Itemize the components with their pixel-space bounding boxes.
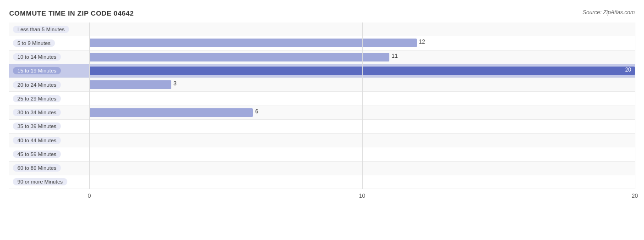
bar-label: 30 to 34 Minutes: [9, 109, 89, 116]
bar-fill: 11: [89, 53, 389, 61]
bar-label-pill: 35 to 39 Minutes: [13, 123, 61, 130]
bar-row: 30 to 34 Minutes6: [9, 106, 635, 120]
chart-container: COMMUTE TIME IN ZIP CODE 04642 Source: Z…: [0, 0, 644, 240]
bar-label: 20 to 24 Minutes: [9, 81, 89, 89]
bar-track: 12: [89, 36, 635, 50]
bar-fill: 3: [89, 80, 171, 89]
bar-track: 6: [89, 106, 635, 119]
bar-label-pill: 90 or more Minutes: [13, 178, 67, 185]
bar-label-pill: 25 to 29 Minutes: [13, 95, 61, 102]
bar-label: 25 to 29 Minutes: [9, 95, 89, 102]
bar-label: 5 to 9 Minutes: [9, 39, 89, 47]
chart-source: Source: ZipAtlas.com: [583, 9, 635, 16]
bar-label: 60 to 89 Minutes: [9, 164, 89, 172]
bar-label-pill: 20 to 24 Minutes: [13, 81, 61, 89]
bar-track: [89, 120, 635, 133]
bar-row: 25 to 29 Minutes: [9, 92, 635, 106]
bar-label: 35 to 39 Minutes: [9, 123, 89, 130]
bar-value: 12: [419, 39, 425, 45]
bar-row: 15 to 19 Minutes20: [9, 64, 635, 78]
bar-row: 40 to 44 Minutes: [9, 134, 635, 147]
bar-label-pill: 60 to 89 Minutes: [13, 164, 61, 172]
bar-label: 15 to 19 Minutes: [9, 67, 89, 74]
bar-value: 20: [625, 67, 631, 73]
bar-row: 35 to 39 Minutes: [9, 120, 635, 134]
bar-fill: 20: [89, 67, 635, 75]
bar-value: 3: [174, 80, 177, 87]
bar-row: 20 to 24 Minutes3: [9, 78, 635, 92]
bar-label-pill: 40 to 44 Minutes: [13, 137, 61, 144]
bar-value: 6: [255, 108, 258, 115]
bar-track: [89, 147, 635, 161]
bar-fill: 12: [89, 39, 417, 47]
chart-header: COMMUTE TIME IN ZIP CODE 04642 Source: Z…: [9, 9, 635, 17]
bar-value: 11: [392, 53, 398, 59]
bar-label: Less than 5 Minutes: [9, 26, 89, 33]
x-tick-label: 10: [359, 193, 365, 199]
bar-row: 90 or more Minutes: [9, 175, 635, 189]
bar-label: 90 or more Minutes: [9, 178, 89, 185]
chart-title: COMMUTE TIME IN ZIP CODE 04642: [9, 9, 134, 17]
bar-row: 5 to 9 Minutes12: [9, 36, 635, 50]
bar-row: 60 to 89 Minutes: [9, 162, 635, 175]
bar-track: [89, 134, 635, 147]
bar-track: 20: [89, 64, 635, 78]
bar-label-pill: 45 to 59 Minutes: [13, 151, 61, 158]
x-tick-label: 20: [632, 193, 638, 199]
bar-track: [89, 92, 635, 105]
bar-label-pill: Less than 5 Minutes: [13, 26, 69, 33]
bar-label-pill: 10 to 14 Minutes: [13, 53, 61, 61]
bar-label-pill: 5 to 9 Minutes: [13, 39, 55, 47]
bar-track: [89, 175, 635, 189]
bar-track: [89, 22, 635, 36]
bar-track: 11: [89, 50, 635, 64]
bar-fill: 6: [89, 108, 253, 117]
bar-row: Less than 5 Minutes: [9, 22, 635, 36]
x-axis: 01020: [89, 189, 635, 207]
bar-track: 3: [89, 78, 635, 91]
bar-label: 10 to 14 Minutes: [9, 53, 89, 61]
bars-area: Less than 5 Minutes5 to 9 Minutes1210 to…: [9, 22, 635, 189]
bar-row: 45 to 59 Minutes: [9, 147, 635, 161]
bar-track: [89, 162, 635, 175]
bar-label: 45 to 59 Minutes: [9, 151, 89, 158]
bar-label-pill: 15 to 19 Minutes: [13, 67, 61, 74]
bar-row: 10 to 14 Minutes11: [9, 50, 635, 64]
bar-label: 40 to 44 Minutes: [9, 137, 89, 144]
bar-label-pill: 30 to 34 Minutes: [13, 109, 61, 116]
grid-line: [635, 22, 635, 189]
chart-body: Less than 5 Minutes5 to 9 Minutes1210 to…: [9, 22, 635, 207]
x-tick-label: 0: [88, 193, 91, 199]
